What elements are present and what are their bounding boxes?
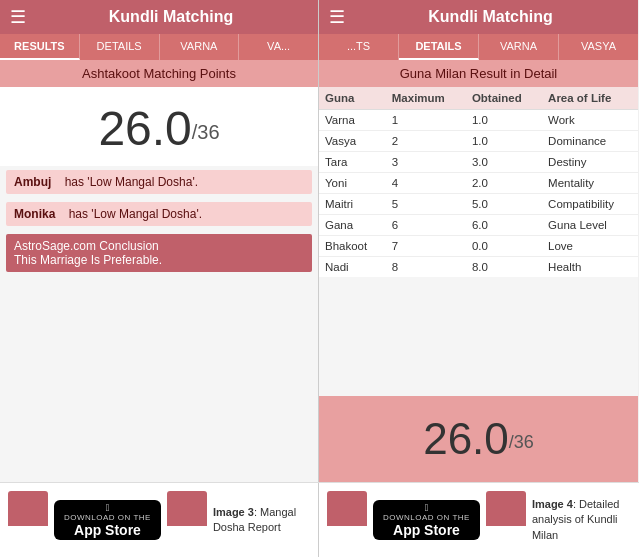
right-score-denom: /36	[509, 432, 534, 452]
left-header: ☰ Kundli Matching	[0, 0, 318, 34]
col-maximum: Maximum	[386, 87, 466, 110]
tab-details-right[interactable]: DETAILS	[399, 34, 479, 60]
tab-vasya-right[interactable]: VASYA	[559, 34, 638, 60]
table-row: Varna11.0Work	[319, 110, 638, 131]
thumb-left	[8, 491, 48, 549]
appstore-badge-right[interactable]:  Download on the App Store	[373, 500, 480, 540]
tab-details-left[interactable]: DETAILS	[80, 34, 160, 60]
col-area: Area of Life	[542, 87, 638, 110]
left-score-denom: /36	[192, 121, 220, 143]
tab-varna-left[interactable]: VARNA	[160, 34, 240, 60]
left-title: Kundli Matching	[34, 8, 308, 26]
right-title: Kundli Matching	[353, 8, 628, 26]
right-score-panel: 26.0/36	[319, 396, 638, 482]
col-guna: Guna	[319, 87, 386, 110]
right-header: ☰ Kundli Matching	[319, 0, 638, 34]
left-score: 26.0	[98, 102, 191, 155]
tab-ts-right[interactable]: ...TS	[319, 34, 399, 60]
footer:  Download on the App Store Image 3: Man…	[0, 482, 639, 557]
apple-icon-right: 	[425, 502, 429, 513]
table-row: Maitri55.0Compatibility	[319, 194, 638, 215]
footer-right:  Download on the App Store Image 4: Det…	[319, 483, 638, 557]
left-screen: ☰ Kundli Matching RESULTS DETAILS VARNA …	[0, 0, 319, 482]
footer-caption-left: Image 3: Mangal Dosha Report	[213, 505, 310, 536]
conclusion-text: This Marriage Is Preferable.	[14, 253, 304, 267]
left-score-area: 26.0/36	[0, 87, 318, 166]
thumb-right-right	[486, 491, 526, 549]
guna-table: Guna Maximum Obtained Area of Life Varna…	[319, 87, 638, 277]
thumb-right-left	[327, 491, 367, 549]
conclusion-box: AstroSage.com Conclusion This Marriage I…	[6, 234, 312, 272]
table-row: Vasya21.0Dominance	[319, 131, 638, 152]
hamburger-icon-left[interactable]: ☰	[10, 8, 26, 26]
right-section-title: Guna Milan Result in Detail	[319, 60, 638, 87]
col-obtained: Obtained	[466, 87, 542, 110]
info-ambuj: Ambuj has 'Low Mangal Dosha'.	[6, 170, 312, 194]
table-row: Tara33.0Destiny	[319, 152, 638, 173]
right-tabs: ...TS DETAILS VARNA VASYA	[319, 34, 638, 60]
right-score: 26.0	[423, 414, 509, 463]
table-row: Gana66.0Guna Level	[319, 215, 638, 236]
tab-varna-right[interactable]: VARNA	[479, 34, 559, 60]
tab-va-left[interactable]: VA...	[239, 34, 318, 60]
appstore-badge-left[interactable]:  Download on the App Store	[54, 500, 161, 540]
right-screen: ☰ Kundli Matching ...TS DETAILS VARNA VA…	[319, 0, 638, 482]
thumb-right-small	[167, 491, 207, 549]
appstore-label-left: App Store	[74, 522, 141, 538]
appstore-label-right: App Store	[393, 522, 460, 538]
info-monika: Monika has 'Low Mangal Dosha'.	[6, 202, 312, 226]
footer-caption-right: Image 4: Detailed analysis of Kundli Mil…	[532, 497, 630, 543]
footer-left:  Download on the App Store Image 3: Man…	[0, 483, 319, 557]
left-tabs: RESULTS DETAILS VARNA VA...	[0, 34, 318, 60]
hamburger-icon-right[interactable]: ☰	[329, 8, 345, 26]
left-section-title: Ashtakoot Matching Points	[0, 60, 318, 87]
conclusion-title: AstroSage.com Conclusion	[14, 239, 304, 253]
table-row: Yoni42.0Mentality	[319, 173, 638, 194]
table-row: Bhakoot70.0Love	[319, 236, 638, 257]
tab-results-left[interactable]: RESULTS	[0, 34, 80, 60]
apple-icon-left: 	[106, 502, 110, 513]
table-row: Nadi88.0Health	[319, 257, 638, 278]
